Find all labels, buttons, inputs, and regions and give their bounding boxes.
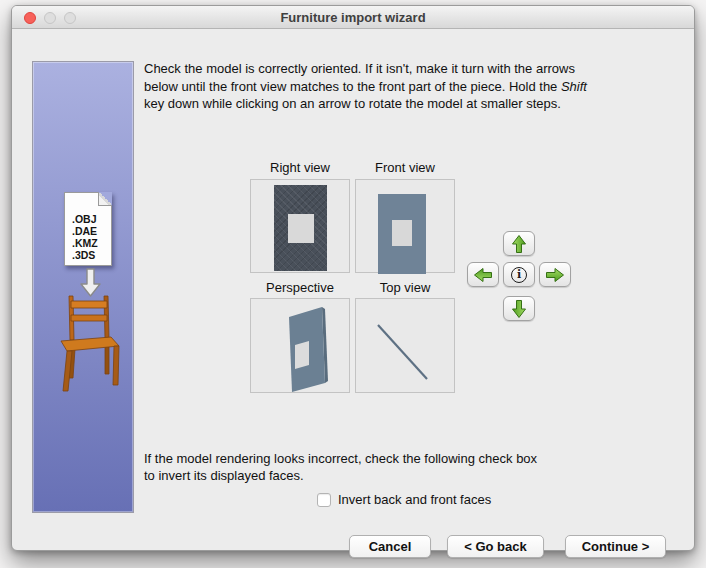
invert-faces-row: Invert back and front faces xyxy=(317,492,491,507)
rotate-right-button[interactable] xyxy=(539,262,571,287)
info-icon: i xyxy=(511,267,527,283)
go-back-button[interactable]: < Go back xyxy=(447,535,544,558)
model-opening xyxy=(288,214,314,243)
green-arrow-left-icon xyxy=(473,267,493,283)
front-view-label: Front view xyxy=(355,160,455,175)
chair-icon xyxy=(59,294,121,394)
model-opening xyxy=(392,220,412,246)
title-bar[interactable]: Furniture import wizard xyxy=(12,6,694,29)
green-arrow-up-icon xyxy=(511,234,527,254)
orientation-instructions: Check the model is correctly oriented. I… xyxy=(144,60,587,113)
green-arrow-right-icon xyxy=(545,267,565,283)
top-view-panel xyxy=(355,298,455,393)
note-line: If the model rendering looks incorrect, … xyxy=(144,451,537,468)
perspective-view-panel[interactable] xyxy=(250,298,350,393)
front-view-panel xyxy=(355,179,455,273)
cancel-button[interactable]: Cancel xyxy=(349,535,431,558)
file-format-label: .3DS xyxy=(72,249,98,261)
rotate-up-button[interactable] xyxy=(503,231,535,256)
invert-faces-checkbox[interactable] xyxy=(317,493,331,507)
wizard-content: .OBJ .DAE .KMZ .3DS xyxy=(12,29,694,550)
invert-faces-note: If the model rendering looks incorrect, … xyxy=(144,451,537,484)
instruction-line: below until the front view matches to th… xyxy=(144,78,587,96)
model-top-line xyxy=(356,299,454,392)
file-format-label: .OBJ xyxy=(72,213,98,225)
note-line: to invert its displayed faces. xyxy=(144,468,537,485)
shift-key-word: Shift xyxy=(561,79,587,94)
file-format-label: .DAE xyxy=(72,225,98,237)
continue-button[interactable]: Continue > xyxy=(565,535,666,558)
top-view-label: Top view xyxy=(355,280,455,295)
right-view-label: Right view xyxy=(250,160,350,175)
window-title: Furniture import wizard xyxy=(12,6,694,29)
model-front-silhouette xyxy=(378,194,426,274)
invert-faces-label[interactable]: Invert back and front faces xyxy=(338,492,491,507)
wizard-step-illustration: .OBJ .DAE .KMZ .3DS xyxy=(32,61,134,513)
page-fold-corner xyxy=(98,192,112,206)
furniture-import-wizard-window: Furniture import wizard .OBJ .DAE .KMZ .… xyxy=(11,5,695,551)
green-arrow-down-icon xyxy=(511,299,527,319)
instruction-line: key down while clicking on an arrow to r… xyxy=(144,95,587,113)
model-info-button[interactable]: i xyxy=(503,262,535,287)
instruction-line: Check the model is correctly oriented. I… xyxy=(144,60,587,78)
model-right-silhouette xyxy=(274,185,327,271)
perspective-view-label: Perspective xyxy=(250,280,350,295)
file-format-label: .KMZ xyxy=(72,237,98,249)
model-perspective-shape xyxy=(251,299,349,392)
rotate-left-button[interactable] xyxy=(467,262,499,287)
model-file-icon: .OBJ .DAE .KMZ .3DS xyxy=(64,192,112,266)
rotate-down-button[interactable] xyxy=(503,296,535,321)
right-view-panel xyxy=(250,179,350,273)
